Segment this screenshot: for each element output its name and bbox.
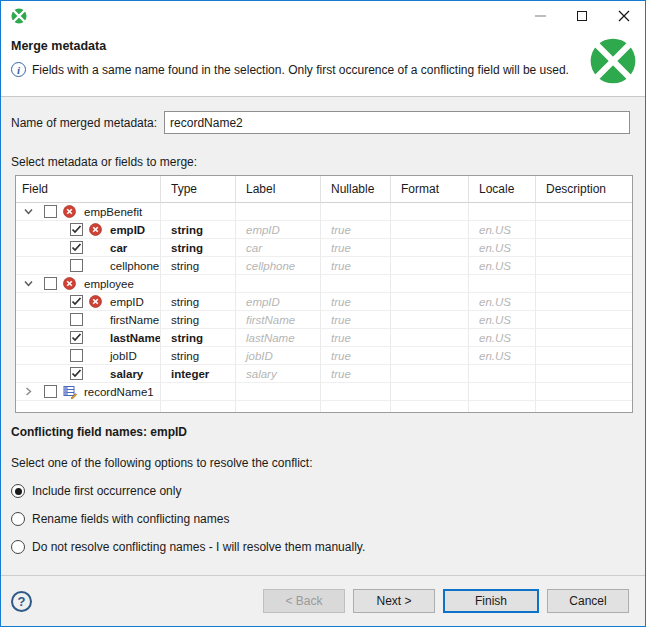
table-header-row: FieldTypeLabelNullableFormatLocaleDescri…	[16, 176, 632, 203]
column-header-field[interactable]: Field	[16, 176, 161, 203]
checkmark-icon	[71, 242, 82, 253]
label-cell	[236, 383, 321, 401]
locale-cell	[469, 203, 536, 221]
checkmark-icon	[71, 368, 82, 379]
row-checkbox[interactable]	[44, 385, 57, 398]
tree-toggle[interactable]	[22, 279, 34, 288]
radio-button[interactable]	[11, 540, 25, 554]
conflict-option-1[interactable]: Include first occurrence only	[11, 483, 630, 499]
table-row-empID[interactable]: empIDstringempIDtrueen.US	[16, 221, 632, 239]
error-icon	[63, 277, 76, 290]
row-checkbox[interactable]	[70, 367, 83, 380]
description-cell	[536, 239, 632, 257]
conflict-resolve-prompt: Select one of the following options to r…	[11, 456, 630, 470]
field-cell: empID	[16, 293, 161, 311]
column-header-nullable[interactable]: Nullable	[321, 176, 391, 203]
help-button[interactable]: ?	[11, 591, 32, 612]
format-cell	[391, 329, 469, 347]
row-checkbox[interactable]	[70, 241, 83, 254]
radio-label: Include first occurrence only	[32, 484, 181, 498]
label-cell: cellphone	[236, 257, 321, 275]
chevron-right-icon	[24, 387, 33, 396]
minimize-button[interactable]	[519, 1, 561, 31]
nullable-cell	[321, 203, 391, 221]
dialog-body: Name of merged metadata: Select metadata…	[1, 97, 645, 555]
table-row-lastName[interactable]: lastNamestringlastNametrueen.US	[16, 329, 632, 347]
format-cell	[391, 383, 469, 401]
locale-cell: en.US	[469, 293, 536, 311]
row-checkbox[interactable]	[70, 349, 83, 362]
table-row-car[interactable]: carstringcartrueen.US	[16, 239, 632, 257]
table-row-cellphone[interactable]: cellphonestringcellphonetrueen.US	[16, 257, 632, 275]
nullable-cell: true	[321, 329, 391, 347]
type-cell	[161, 275, 236, 293]
column-header-description[interactable]: Description	[536, 176, 632, 203]
checkmark-icon	[71, 296, 82, 307]
field-cell: lastName	[16, 329, 161, 347]
conflict-option-3[interactable]: Do not resolve conflicting names - I wil…	[11, 539, 630, 555]
description-cell	[536, 401, 632, 412]
radio-button[interactable]	[11, 484, 25, 498]
column-header-format[interactable]: Format	[391, 176, 469, 203]
table-row-salary[interactable]: salaryintegersalarytrue	[16, 365, 632, 383]
type-cell: string	[161, 347, 236, 365]
window-controls	[519, 1, 645, 31]
label-cell: car	[236, 239, 321, 257]
table-row-employee[interactable]: employee	[16, 275, 632, 293]
type-cell: string	[161, 221, 236, 239]
tree-toggle[interactable]	[22, 387, 34, 396]
metadata-record-icon	[63, 385, 77, 399]
table-row-jobID[interactable]: jobIDstringjobIDtrueen.US	[16, 347, 632, 365]
row-checkbox[interactable]	[70, 331, 83, 344]
cancel-button[interactable]: Cancel	[547, 589, 629, 613]
radio-button[interactable]	[11, 512, 25, 526]
metadata-fields-table: FieldTypeLabelNullableFormatLocaleDescri…	[15, 175, 633, 413]
format-cell	[391, 401, 469, 412]
label-cell: empID	[236, 293, 321, 311]
radio-label: Do not resolve conflicting names - I wil…	[32, 540, 365, 554]
select-metadata-label: Select metadata or fields to merge:	[11, 155, 630, 169]
maximize-icon	[577, 11, 587, 21]
locale-cell: en.US	[469, 347, 536, 365]
row-checkbox[interactable]	[70, 313, 83, 326]
group-name: recordName1	[84, 386, 154, 398]
nullable-cell: true	[321, 221, 391, 239]
description-cell	[536, 383, 632, 401]
nullable-cell: true	[321, 257, 391, 275]
table-row-recordName1[interactable]: recordName1	[16, 383, 632, 401]
description-cell	[536, 221, 632, 239]
tree-toggle[interactable]	[22, 207, 34, 216]
conflict-option-2[interactable]: Rename fields with conflicting names	[11, 511, 630, 527]
format-cell	[391, 203, 469, 221]
label-cell	[236, 275, 321, 293]
field-name: salary	[110, 368, 143, 380]
type-cell: string	[161, 311, 236, 329]
field-name: jobID	[110, 350, 137, 362]
description-cell	[536, 347, 632, 365]
type-cell	[161, 203, 236, 221]
type-cell: string	[161, 257, 236, 275]
description-cell	[536, 257, 632, 275]
maximize-button[interactable]	[561, 1, 603, 31]
merged-metadata-name-input[interactable]	[164, 111, 630, 134]
locale-cell	[469, 275, 536, 293]
row-checkbox[interactable]	[70, 295, 83, 308]
info-icon: i	[11, 62, 26, 77]
clover-logo	[590, 35, 636, 87]
table-row-empBenefit[interactable]: empBenefit	[16, 203, 632, 221]
column-header-locale[interactable]: Locale	[469, 176, 536, 203]
field-cell: jobID	[16, 347, 161, 365]
row-checkbox[interactable]	[44, 205, 57, 218]
table-row-firstName[interactable]: firstNamestringfirstNametrueen.US	[16, 311, 632, 329]
next-button[interactable]: Next >	[353, 589, 435, 613]
close-button[interactable]	[603, 1, 645, 31]
finish-button[interactable]: Finish	[443, 589, 539, 613]
title-bar	[1, 1, 645, 31]
field-cell: recordName1	[16, 383, 161, 401]
row-checkbox[interactable]	[44, 277, 57, 290]
table-row-empID[interactable]: empIDstringempIDtrueen.US	[16, 293, 632, 311]
column-header-type[interactable]: Type	[161, 176, 236, 203]
column-header-label[interactable]: Label	[236, 176, 321, 203]
row-checkbox[interactable]	[70, 259, 83, 272]
row-checkbox[interactable]	[70, 223, 83, 236]
